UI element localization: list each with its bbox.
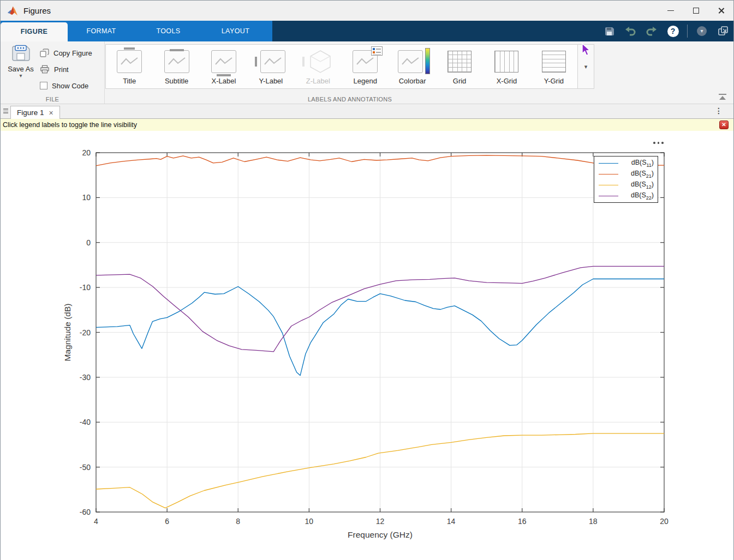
- undo-icon: [624, 26, 636, 36]
- svg-text:Frequency (GHz): Frequency (GHz): [348, 530, 413, 539]
- copy-figure-label: Copy Figure: [53, 49, 92, 57]
- save-icon: [604, 27, 614, 36]
- tabbar-overflow-icon[interactable]: ⋮: [715, 106, 723, 115]
- svg-text:6: 6: [165, 517, 169, 526]
- axes-toolbar-ellipsis-icon[interactable]: [653, 142, 664, 144]
- figure-tab-label: Figure 1: [17, 109, 44, 117]
- x-grid-label: X-Grid: [497, 77, 517, 85]
- x-grid-button[interactable]: X-Grid: [483, 45, 530, 88]
- popout-button[interactable]: [716, 23, 730, 39]
- y-label-icon: [254, 48, 287, 75]
- subtitle-button[interactable]: Subtitle: [153, 45, 200, 88]
- svg-text:-40: -40: [80, 418, 91, 426]
- subtitle-icon: [160, 48, 193, 75]
- save-as-button[interactable]: Save As ▾: [5, 45, 37, 79]
- grid-button[interactable]: Grid: [436, 45, 483, 88]
- tab-grip-icon[interactable]: [3, 109, 8, 113]
- figure-panel: 468101214161820-60-50-40-30-20-1001020Fr…: [1, 131, 733, 560]
- svg-text:18: 18: [589, 517, 598, 526]
- banner-close-button[interactable]: ✕: [719, 121, 729, 129]
- title-icon: [113, 48, 146, 75]
- grid-icon: [443, 48, 476, 75]
- show-code-checkbox[interactable]: [40, 82, 47, 89]
- svg-text:-60: -60: [80, 508, 91, 516]
- print-icon: [40, 65, 50, 74]
- quick-save-button[interactable]: [602, 23, 616, 39]
- legend-button[interactable]: Legend: [342, 45, 389, 88]
- gallery-expand-caret-icon: ▾: [584, 63, 588, 70]
- legend-icon: [349, 48, 381, 75]
- svg-text:20: 20: [82, 148, 91, 157]
- print-label: Print: [54, 65, 69, 74]
- copy-icon: [40, 49, 49, 58]
- maximize-button[interactable]: [683, 1, 708, 21]
- redo-icon: [646, 26, 658, 36]
- svg-text:-10: -10: [80, 283, 91, 292]
- subtitle-label: Subtitle: [165, 77, 188, 85]
- colorbar-label: Colorbar: [399, 77, 426, 85]
- tab-layout[interactable]: LAYOUT: [202, 21, 269, 41]
- x-grid-icon: [490, 48, 523, 75]
- file-section: Save As ▾ Copy Figure: [1, 41, 105, 104]
- y-grid-icon: [538, 48, 570, 75]
- legend-line-sample-s12: [599, 185, 618, 185]
- tab-format[interactable]: FORMAT: [68, 21, 135, 41]
- print-button[interactable]: Print: [40, 62, 92, 76]
- close-button[interactable]: [708, 1, 733, 21]
- toolbar-separator: [687, 25, 688, 38]
- x-label-icon: [207, 48, 240, 75]
- legend-item-s12[interactable]: dB(S12): [599, 179, 654, 190]
- svg-text:0: 0: [86, 238, 91, 247]
- z-label-icon: [302, 48, 335, 75]
- window-controls: [658, 1, 733, 21]
- y-label-label: Y-Label: [259, 77, 283, 85]
- copy-figure-button[interactable]: Copy Figure: [40, 46, 92, 60]
- save-as-icon: [11, 45, 31, 62]
- tab-tools[interactable]: TOOLS: [135, 21, 202, 41]
- collapse-ribbon-button[interactable]: [717, 94, 728, 101]
- figure-tab-close-icon[interactable]: ×: [49, 109, 53, 117]
- gallery-expand-button[interactable]: ▾: [578, 44, 594, 89]
- colorbar-button[interactable]: Colorbar: [389, 45, 435, 88]
- info-banner: Click legend labels to toggle the line v…: [1, 119, 733, 131]
- tab-figure[interactable]: FIGURE: [1, 22, 68, 41]
- show-code-toggle[interactable]: Show Code: [40, 79, 92, 93]
- figures-window: Figures FIGURE FORMAT TOOLS LAYOUT: [0, 0, 734, 560]
- z-label-button: Z-Label: [295, 45, 342, 88]
- quick-access-dropdown[interactable]: ▾: [695, 23, 709, 39]
- close-icon: [718, 7, 725, 14]
- minimize-button[interactable]: [658, 1, 683, 21]
- save-as-label: Save As: [5, 65, 37, 73]
- legend-label-s21: dB(S21): [631, 170, 654, 179]
- save-as-caret-icon[interactable]: ▾: [5, 73, 37, 79]
- ribbon: Save As ▾ Copy Figure: [1, 41, 733, 104]
- figure-tabbar: Figure 1 × ⋮: [1, 104, 733, 119]
- legend-line-sample-s21: [599, 174, 618, 174]
- window-title: Figures: [23, 6, 51, 15]
- help-icon: ?: [667, 26, 679, 37]
- help-button[interactable]: ?: [666, 23, 680, 39]
- svg-text:10: 10: [305, 517, 314, 526]
- matlab-logo-icon: [7, 6, 18, 16]
- y-grid-label: Y-Grid: [544, 77, 564, 85]
- grid-label: Grid: [453, 77, 467, 85]
- legend-item-s21[interactable]: dB(S21): [599, 168, 654, 179]
- labels-section-caption: LABELS AND ANNOTATIONS: [105, 96, 594, 103]
- legend-item-s11[interactable]: dB(S11): [599, 158, 654, 168]
- y-grid-button[interactable]: Y-Grid: [530, 45, 577, 88]
- banner-text: Click legend labels to toggle the line v…: [3, 121, 137, 129]
- title-bar: Figures: [1, 1, 733, 21]
- figure-1-tab[interactable]: Figure 1 ×: [10, 106, 60, 119]
- legend-label-s12: dB(S12): [631, 180, 654, 190]
- labels-annotations-gallery: Title Subtitle X-Label: [105, 44, 578, 89]
- redo-button[interactable]: [645, 23, 659, 39]
- legend-label-s11: dB(S11): [631, 159, 654, 168]
- x-label-button[interactable]: X-Label: [200, 45, 247, 88]
- collapse-ribbon-icon: [719, 94, 726, 95]
- legend-item-s22[interactable]: dB(S22): [599, 190, 654, 201]
- y-label-button[interactable]: Y-Label: [247, 45, 294, 88]
- title-button[interactable]: Title: [106, 45, 153, 88]
- maximize-icon: [693, 8, 699, 14]
- svg-text:Magnitude (dB): Magnitude (dB): [63, 304, 72, 362]
- undo-button[interactable]: [623, 23, 637, 39]
